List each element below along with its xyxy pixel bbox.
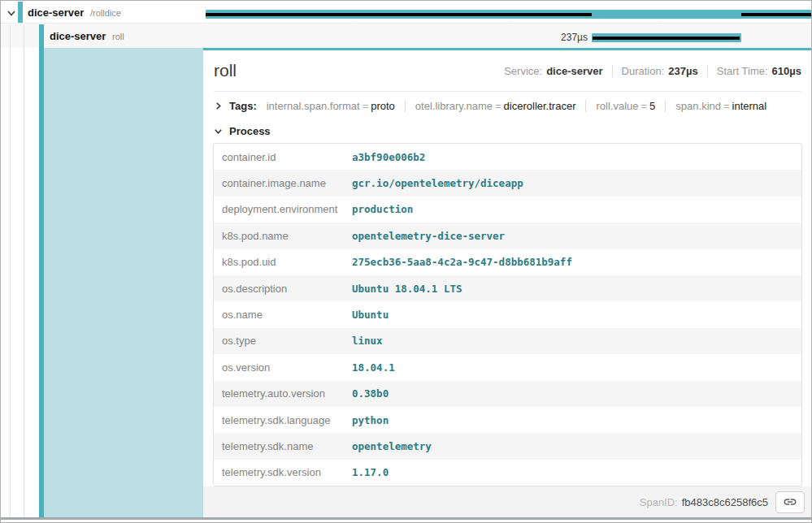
meta-divider: [707, 65, 708, 77]
start-time-label: Start Time:: [717, 65, 768, 77]
span-bar[interactable]: [206, 10, 811, 19]
process-key-cell: os.description: [214, 283, 352, 295]
process-row: os.nameUbuntu: [214, 301, 801, 327]
span-detail-footer: SpanID: fb483c8c6258f6c5: [203, 486, 812, 517]
tag-key: roll.value: [596, 100, 638, 112]
duration-value: 237µs: [668, 65, 697, 77]
process-value-cell: python: [352, 414, 389, 426]
process-key-cell: deployment.environment: [214, 203, 352, 215]
tag-item: otel.library.name=diceroller.tracer: [405, 100, 586, 112]
chevron-down-icon[interactable]: [214, 127, 223, 136]
operation-name: /rolldice: [90, 8, 121, 18]
process-key-cell: telemetry.auto.version: [214, 387, 352, 400]
tag-item: internal.span.format=proto: [260, 100, 405, 112]
process-row: container.image.namegcr.io/opentelemetry…: [214, 170, 801, 196]
process-key-cell: telemetry.sdk.version: [214, 466, 352, 478]
operation-name: roll: [112, 32, 124, 41]
service-name[interactable]: dice-server: [50, 30, 106, 42]
span-self-time-overlay: [593, 37, 739, 40]
process-row: k8s.pod.nameopentelemetry-dice-server: [214, 223, 801, 249]
tag-key: otel.library.name: [415, 100, 493, 112]
span-bar[interactable]: [592, 33, 741, 42]
chevron-down-icon[interactable]: [7, 8, 16, 18]
process-value-cell: a3bf90e006b2: [352, 151, 425, 163]
span-self-time-overlay: [206, 13, 592, 16]
indent-guide: [10, 24, 11, 517]
process-value-cell: Ubuntu: [352, 309, 389, 321]
process-row: deployment.environmentproduction: [214, 197, 801, 223]
start-time-value: 610µs: [772, 65, 801, 77]
tag-equals: =: [360, 100, 371, 112]
process-value-cell: 18.04.1: [352, 361, 395, 374]
trace-span-detail-view: dice-server /rolldice dice-server roll 2…: [0, 0, 812, 523]
tag-item: roll.value=5: [585, 100, 665, 112]
span-duration-label: 237µs: [489, 32, 588, 43]
process-value-cell: 275ecb36-5aa8-4c2a-9c47-d8bb681b9aff: [352, 256, 572, 268]
tag-value: internal: [732, 100, 767, 112]
process-value-cell: gcr.io/opentelemetry/diceapp: [352, 177, 523, 189]
tag-value: proto: [371, 100, 395, 112]
tag-equals: =: [493, 100, 504, 112]
tag-key: internal.span.format: [267, 100, 360, 112]
process-key-cell: telemetry.sdk.name: [214, 440, 352, 452]
service-value: dice-server: [546, 65, 602, 77]
tags-list: internal.span.format=protootel.library.n…: [260, 100, 777, 112]
duration-label: Duration:: [622, 65, 665, 77]
process-row: os.version18.04.1: [214, 354, 801, 380]
selected-row-highlight: [44, 48, 203, 517]
tag-equals: =: [639, 100, 650, 112]
service-name[interactable]: dice-server: [28, 6, 84, 19]
process-value-cell: opentelemetry: [352, 440, 432, 452]
process-section: Process: [214, 119, 801, 142]
process-key-cell: os.type: [214, 335, 352, 347]
span-detail-panel: roll Service: dice-server Duration: 237µ…: [203, 48, 812, 517]
process-key-cell: os.name: [214, 309, 352, 321]
process-value-cell: 0.38b0: [352, 387, 389, 400]
process-key-cell: k8s.pod.name: [214, 230, 352, 242]
process-key-cell: container.id: [214, 151, 352, 163]
process-key-cell: k8s.pod.uid: [214, 256, 352, 268]
tags-section-toggle[interactable]: Tags:: [229, 100, 257, 112]
meta-divider: [612, 65, 613, 77]
process-row: k8s.pod.uid275ecb36-5aa8-4c2a-9c47-d8bb6…: [214, 249, 801, 275]
tags-section: Tags: internal.span.format=protootel.lib…: [214, 92, 801, 119]
spanid-label: SpanID:: [640, 496, 678, 508]
process-value-cell: 1.17.0: [352, 466, 389, 478]
window-bottom-padding: [1, 520, 811, 522]
span-detail-header: roll Service: dice-server Duration: 237µ…: [214, 50, 801, 92]
tag-equals: =: [721, 100, 732, 112]
process-row: telemetry.sdk.nameopentelemetry: [214, 433, 801, 459]
tag-value: diceroller.tracer: [504, 100, 576, 112]
process-section-toggle[interactable]: Process: [229, 125, 271, 137]
process-value-cell: production: [352, 203, 413, 215]
tag-key: span.kind: [675, 100, 721, 112]
tag-value: 5: [649, 100, 655, 112]
process-row: telemetry.sdk.languagepython: [214, 407, 801, 433]
indent-guide: [24, 24, 24, 517]
process-row: os.typelinux: [214, 328, 801, 354]
process-row: container.ida3bf90e006b2: [214, 144, 801, 170]
span-title: roll: [214, 61, 504, 80]
process-table: container.ida3bf90e006b2container.image.…: [213, 143, 802, 486]
process-value-cell: opentelemetry-dice-server: [352, 230, 505, 242]
process-key-cell: telemetry.sdk.language: [214, 414, 352, 426]
span-color-bar: [18, 2, 23, 23]
spanid-value: fb483c8c6258f6c5: [682, 496, 768, 508]
process-row: os.descriptionUbuntu 18.04.1 LTS: [214, 275, 801, 301]
link-icon: [783, 495, 797, 509]
tag-item: span.kind=internal: [665, 100, 776, 112]
span-self-time-overlay: [741, 13, 811, 16]
process-key-cell: container.image.name: [214, 177, 352, 189]
process-row: telemetry.auto.version0.38b0: [214, 381, 801, 407]
process-value-cell: Ubuntu 18.04.1 LTS: [352, 283, 462, 295]
service-label: Service:: [504, 65, 542, 77]
span-meta: Service: dice-server Duration: 237µs Sta…: [504, 65, 801, 77]
process-row: telemetry.sdk.version1.17.0: [214, 460, 801, 486]
chevron-right-icon[interactable]: [214, 102, 223, 110]
deep-link-button[interactable]: [775, 491, 805, 513]
process-value-cell: linux: [352, 335, 383, 347]
process-key-cell: os.version: [214, 361, 352, 374]
